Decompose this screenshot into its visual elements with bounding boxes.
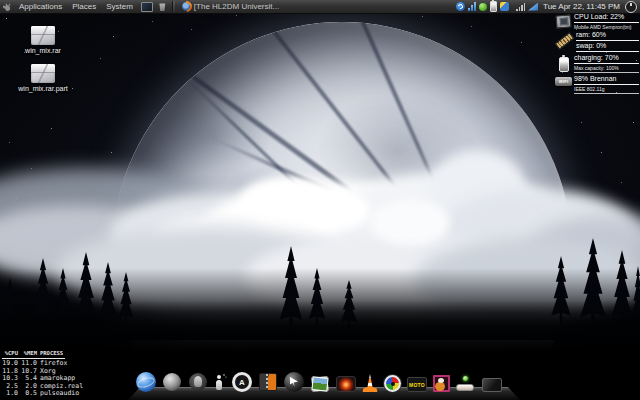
panel-left: Applications Places System [The HL2DM Un… xyxy=(0,0,283,13)
wifi-signal-value: 98% Brennan xyxy=(574,75,639,85)
gray-globe-icon[interactable] xyxy=(162,372,182,392)
gnome-menu-logo-icon[interactable] xyxy=(0,0,14,13)
desktop: Applications Places System [The HL2DM Un… xyxy=(0,0,640,400)
flame-crate-icon[interactable] xyxy=(336,376,356,392)
gnome-foot-icon xyxy=(3,2,11,11)
dock-icons: AMOTO xyxy=(136,372,502,392)
menu-places[interactable]: Places xyxy=(67,0,101,13)
system-monitor-widget: CPU Load: 22% Mobile AMD Sempron(tm) ram… xyxy=(555,13,639,96)
clock[interactable]: Tue Apr 22, 11:45 PM xyxy=(541,2,622,11)
messenger-icon[interactable] xyxy=(500,2,509,11)
process-rows: 19.011.0firefox11.810.7Xorg10.35.4amarok… xyxy=(2,360,83,398)
desktop-icon-label: win_mix.rar xyxy=(25,47,61,54)
menu-system[interactable]: System xyxy=(101,0,138,13)
cpu-model-label: Mobile AMD Sempron(tm) xyxy=(574,24,639,30)
cpu-load-value: CPU Load: 22% xyxy=(574,13,639,23)
moto-icon[interactable]: MOTO xyxy=(407,377,427,392)
power-button-icon[interactable] xyxy=(625,1,637,13)
menu-applications[interactable]: Applications xyxy=(14,0,67,13)
firefox-icon xyxy=(182,2,191,11)
cpu-monitor-row: CPU Load: 22% Mobile AMD Sempron(tm) xyxy=(555,13,639,30)
top-panel: Applications Places System [The HL2DM Un… xyxy=(0,0,640,14)
screen-launcher-icon[interactable] xyxy=(141,2,153,12)
taskbar-window-title: [The HL2DM Universit... xyxy=(194,2,279,11)
ram-value: ram: 60% xyxy=(576,31,639,41)
vlc-cone-icon[interactable] xyxy=(362,374,378,392)
cpu-chip-icon xyxy=(555,14,571,28)
black-monitor-icon[interactable] xyxy=(482,378,502,392)
zip-archive-icon[interactable] xyxy=(258,372,278,392)
trash-launcher-icon[interactable] xyxy=(159,2,166,11)
network-monitor-icon[interactable] xyxy=(468,2,476,11)
awn-letter-icon[interactable]: A xyxy=(232,372,252,392)
photo-viewer-icon[interactable] xyxy=(310,376,330,392)
battery-monitor-row: charging: 70% Max capacity: 100% xyxy=(555,54,639,74)
taskbar-window-firefox[interactable]: [The HL2DM Universit... xyxy=(178,0,283,13)
panel-separator xyxy=(172,1,175,12)
desktop-icon-win-mix-rar-part[interactable]: win_mix.rar.part xyxy=(10,64,76,92)
memory-monitor-row: ram: 60% swap: 0% xyxy=(555,31,639,53)
chat-figure-icon[interactable] xyxy=(214,372,226,392)
magenta-avatar-icon[interactable] xyxy=(433,375,450,392)
process-monitor: %CPU %MEM PROCESS 19.011.0firefox11.810.… xyxy=(2,350,83,398)
signal-strength-icon[interactable] xyxy=(516,2,525,11)
wifi-applet-icon[interactable] xyxy=(528,3,538,11)
pill-and-ball-icon[interactable] xyxy=(456,376,476,392)
battery-capacity-label: Max capacity: 100% xyxy=(574,65,639,73)
archive-package-icon xyxy=(31,64,55,83)
color-wheel-icon[interactable] xyxy=(384,375,401,392)
blue-globe-browser-icon[interactable] xyxy=(136,372,156,392)
ghost-avatar-icon[interactable] xyxy=(188,372,208,392)
swap-value: swap: 0% xyxy=(576,42,639,52)
archive-package-icon xyxy=(31,26,55,45)
panel-tray: Tue Apr 22, 11:45 PM xyxy=(456,0,640,13)
battery-charging-value: charging: 70% xyxy=(574,54,639,64)
process-row: 1.00.5pulseaudio xyxy=(2,390,83,398)
wifi-icon: WIFI xyxy=(555,77,572,86)
dark-sphere-cursor-icon[interactable] xyxy=(284,372,304,392)
wifi-standard-label: IEEE 802.11g xyxy=(574,86,639,94)
battery-tray-icon[interactable] xyxy=(490,1,497,12)
wifi-monitor-row: WIFI 98% Brennan IEEE 802.11g xyxy=(555,75,639,95)
process-header: %CPU %MEM PROCESS xyxy=(2,350,65,359)
ram-stick-icon xyxy=(555,32,575,50)
software-update-icon[interactable] xyxy=(456,2,465,11)
desktop-icon-win-mix-rar[interactable]: win_mix.rar xyxy=(10,26,76,54)
dock: AMOTO xyxy=(128,360,520,400)
battery-icon xyxy=(559,57,569,72)
desktop-icon-label: win_mix.rar.part xyxy=(18,85,67,92)
status-available-icon[interactable] xyxy=(479,3,487,11)
